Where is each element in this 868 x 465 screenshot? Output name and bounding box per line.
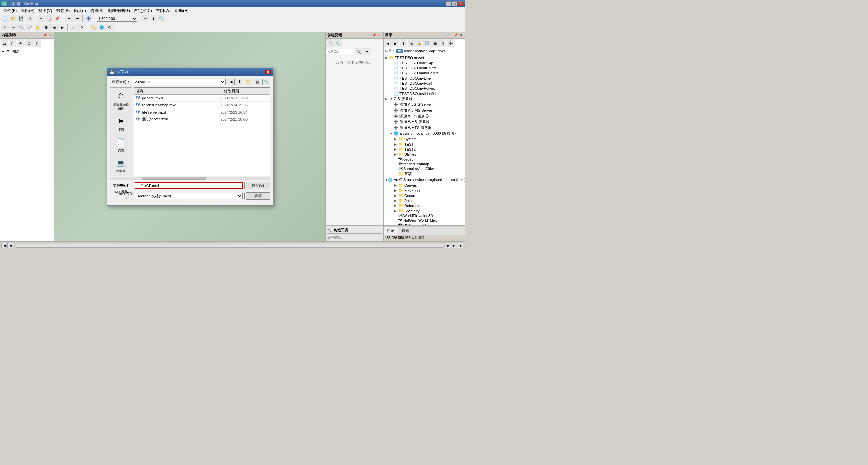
content-list-opt-btn[interactable]: ⚙ — [33, 39, 41, 47]
cut-btn[interactable]: ✂ — [37, 15, 45, 22]
file-row-geoedit[interactable]: 🗺 geoedit.mxd 2024/2/23 21:38 — [134, 95, 270, 102]
tree-item[interactable]: ▶📁Canvas — [384, 183, 464, 188]
create-tool-2[interactable]: 🔧 — [334, 39, 342, 47]
close-btn[interactable]: ✕ — [458, 1, 463, 6]
editor-btn[interactable]: ✏ — [141, 15, 149, 22]
content-list-pin-btn[interactable]: 📌 — [42, 33, 47, 38]
tree-item[interactable]: 📄TEST.DBO.testLine01 — [384, 91, 464, 96]
edit-tool[interactable]: ✏ — [10, 24, 17, 31]
catalog-pin-btn[interactable]: 📌 — [453, 33, 458, 38]
clear-sel-btn[interactable]: ✕ — [78, 24, 86, 31]
tree-item[interactable]: ▶📁TEST2 — [384, 147, 464, 152]
col-date-header[interactable]: 修改日期 — [222, 88, 270, 94]
tree-item[interactable]: 🗺NatGeo_World_Map — [384, 218, 464, 223]
dialog-view-btn[interactable]: ▦ — [254, 79, 261, 85]
catalog-close-btn[interactable]: ✕ — [459, 33, 463, 38]
prev-extent-btn[interactable]: ◀ — [50, 24, 58, 31]
tree-item[interactable]: ▶📁Polar — [384, 198, 464, 203]
zoom-out-btn[interactable]: 🔎 — [26, 24, 33, 31]
tree-item[interactable]: ➕添加 WMTS 服务器 — [384, 125, 464, 131]
dialog-back-btn[interactable]: ◀ — [227, 79, 235, 85]
nav-first-btn[interactable]: |◀ — [1, 243, 7, 248]
create-panel-pin-btn[interactable]: 📌 — [372, 33, 376, 38]
tree-item[interactable]: 🗺SampleWorldCities — [384, 166, 464, 171]
identify-btn[interactable]: ℹ — [150, 15, 157, 22]
dialog-close-btn[interactable]: ✕ — [265, 70, 271, 74]
tree-item[interactable]: 📁草稿 — [384, 171, 464, 177]
tree-item[interactable]: ▶📁TEST.DBO.myset — [384, 55, 464, 60]
tree-expand-icon[interactable]: ▶ — [394, 184, 398, 187]
tree-item[interactable]: ▼🌐arcgis on localhost_6080 (发布者) — [384, 131, 464, 136]
tree-item[interactable]: ▶🖥GIS 服务器 — [384, 96, 464, 102]
print-btn[interactable]: 🖨 — [26, 15, 33, 22]
tree-item[interactable]: 🗺USA_Topo_Maps — [384, 223, 464, 225]
copy-btn[interactable]: 📋 — [46, 15, 53, 22]
catalog-options-btn[interactable]: ⚙ — [439, 39, 446, 47]
tree-expand-icon[interactable]: ▶ — [394, 148, 398, 151]
tree-item[interactable]: 🗺geoedit — [384, 157, 464, 162]
dialog-tool-btn[interactable]: 🔧 — [262, 79, 270, 85]
filetype-combo[interactable]: ArcMap 文档(*.mxd) — [135, 193, 243, 199]
catalog-refresh-btn[interactable]: 🔄 — [423, 39, 431, 47]
tree-expand-icon[interactable]: ▶ — [394, 194, 398, 197]
col-name-header[interactable]: 名称 — [134, 88, 222, 94]
list-by-source-btn[interactable]: 📋 — [9, 39, 16, 47]
search-options-btn[interactable]: ▼ — [363, 48, 371, 55]
zoom-in-btn[interactable]: 🔍 — [18, 24, 25, 31]
full-extent-btn[interactable]: ⊞ — [42, 24, 50, 31]
tree-item[interactable]: 🗺WorldElevation3D — [384, 213, 464, 218]
nav-computer-btn[interactable]: 💻 此电脑 — [112, 156, 131, 175]
add-data-btn[interactable]: ➕ — [85, 15, 92, 22]
tree-item[interactable]: 📄TEST.DBO.myPolygon — [384, 86, 464, 91]
map-area[interactable]: 💾 另存为 ✕ 保存在(I)： 20240220 ◀ ⬆ — [54, 32, 325, 241]
tree-item[interactable]: ➕添加 WMS 服务器 — [384, 119, 464, 125]
search-tab[interactable]: 搜索 — [398, 227, 412, 235]
tree-item[interactable]: ▶📁Ocean — [384, 193, 464, 198]
scale-combo[interactable]: 1:500,000 — [97, 16, 137, 22]
tree-item[interactable]: ▶📁Elevation — [384, 188, 464, 193]
tree-expand-icon[interactable]: ▶ — [394, 143, 398, 146]
save-button[interactable]: 保存(S) — [246, 182, 270, 189]
nav-next-btn[interactable]: ▶ — [446, 243, 451, 248]
tree-expand-icon[interactable]: ▼ — [390, 132, 394, 135]
menu-help[interactable]: 帮助(H) — [173, 7, 191, 14]
file-row-testserver[interactable]: 🗺 测试server.mxd 2024/2/21 18:00 — [134, 116, 270, 123]
template-search-input[interactable] — [327, 49, 354, 54]
tree-item[interactable]: ▶📁Specialty — [384, 208, 464, 213]
filename-dropdown[interactable] — [244, 182, 245, 189]
menu-bookmark[interactable]: 书签(B) — [54, 7, 72, 14]
create-tool-1[interactable]: 📋 — [326, 39, 334, 47]
new-btn[interactable]: 📄 — [1, 15, 9, 22]
tree-expand-icon[interactable]: ▶ — [394, 153, 398, 156]
nav-desktop-btn[interactable]: 🖥 桌面 — [112, 114, 131, 134]
content-list-close-btn[interactable]: ✕ — [48, 33, 53, 38]
open-btn[interactable]: 📂 — [10, 15, 17, 22]
file-row-tileserver[interactable]: 🗺 tileServer.mxd 2024/2/23 16:54 — [134, 109, 270, 116]
pause-btn[interactable]: ⏸ — [458, 243, 463, 248]
list-by-drawing-btn[interactable]: 🗂 — [1, 39, 8, 47]
list-by-selection-btn[interactable]: ☑ — [25, 39, 33, 47]
tree-item[interactable]: ▶📁Utilities — [384, 152, 464, 157]
dialog-new-folder-btn[interactable]: 📁 — [245, 79, 252, 85]
next-extent-btn[interactable]: ▶ — [58, 24, 66, 31]
menu-edit[interactable]: 编辑(E) — [19, 7, 36, 14]
dialog-up-btn[interactable]: ⬆ — [236, 79, 243, 85]
tree-item[interactable]: 📄TEST.DBO.manyPoints — [384, 70, 464, 76]
tree-item[interactable]: ▶📁System — [384, 136, 464, 142]
select-tool[interactable]: ↖ — [1, 24, 9, 31]
tree-item[interactable]: ▶📁TEST — [384, 142, 464, 147]
tree-expand-icon[interactable]: ▶ — [394, 137, 398, 141]
tree-item[interactable]: ▶📁Reference — [384, 203, 464, 208]
menu-select[interactable]: 选择(S) — [88, 7, 106, 14]
catalog-tab[interactable]: 目录 — [384, 227, 398, 235]
menu-file[interactable]: 文件(F) — [1, 7, 19, 14]
tree-item[interactable]: ➕添加 WCS 服务器 — [384, 113, 464, 119]
save-location-combo[interactable]: 20240220 — [132, 79, 226, 85]
filetype-dropdown[interactable] — [244, 193, 245, 199]
tree-item[interactable]: 📄TEST.DBO.myLine — [384, 76, 464, 81]
file-row-renderheatmap[interactable]: 🗺 renderHeatmap.mxd 2024/2/24 15:26 — [134, 102, 270, 109]
tree-expand-icon[interactable]: ▶ — [385, 56, 389, 60]
catalog-disconnect-btn[interactable]: 🔓 — [415, 39, 423, 47]
tree-expand-icon[interactable]: ▶ — [394, 204, 398, 207]
time-btn[interactable]: ⏱ — [106, 24, 114, 31]
